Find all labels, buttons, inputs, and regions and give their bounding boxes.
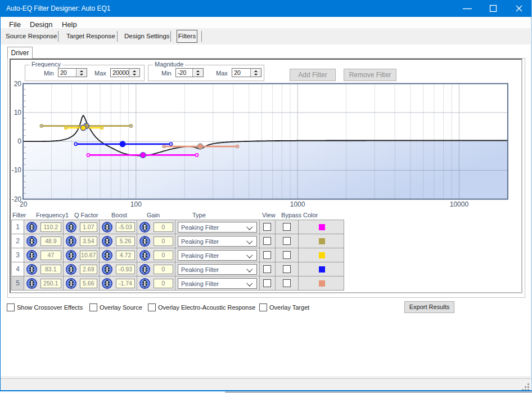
svg-text:20: 20 (14, 80, 22, 88)
svg-text:100: 100 (130, 200, 142, 208)
svg-text:10: 10 (14, 109, 22, 117)
svg-text:20: 20 (20, 200, 28, 208)
svg-text:1000: 1000 (290, 200, 305, 208)
svg-text:-10: -10 (12, 166, 22, 174)
svg-text:0: 0 (17, 137, 21, 145)
svg-text:10000: 10000 (450, 200, 469, 208)
